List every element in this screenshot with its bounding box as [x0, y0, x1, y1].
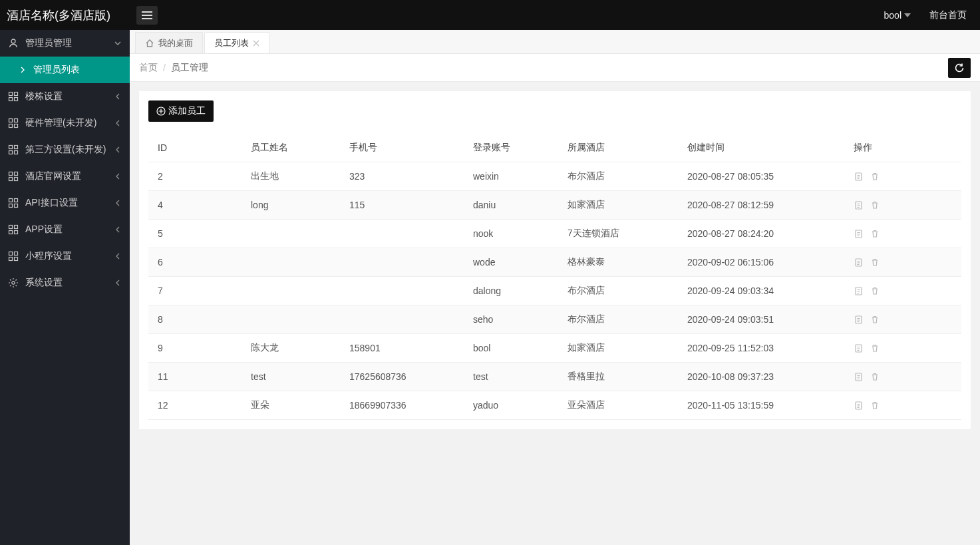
svg-rect-9	[15, 119, 18, 122]
edit-icon	[854, 401, 864, 410]
table-cell: 18669907336	[340, 391, 464, 420]
sidebar-item-8[interactable]: 小程序设置	[0, 243, 130, 270]
sidebar-item-label: 硬件管理(未开发)	[25, 117, 96, 129]
edit-button[interactable]	[854, 400, 864, 411]
plus-circle-icon	[156, 106, 166, 116]
grid-icon	[8, 251, 19, 262]
table-cell: 出生地	[242, 162, 340, 191]
sidebar-item-7[interactable]: APP设置	[0, 216, 130, 243]
table-cell: 2020-08-27 08:05:35	[678, 162, 844, 191]
svg-rect-24	[9, 226, 13, 229]
sidebar-item-6[interactable]: API接口设置	[0, 190, 130, 216]
svg-rect-1	[142, 15, 152, 16]
home-icon	[145, 39, 154, 48]
content-wrapper: 添加员工 ID员工姓名手机号登录账号所属酒店创建时间操作 2出生地323weix…	[130, 82, 980, 545]
edit-button[interactable]	[854, 171, 864, 182]
trash-icon	[870, 343, 880, 353]
delete-button[interactable]	[870, 228, 880, 239]
sidebar-item-5[interactable]: 酒店官网设置	[0, 163, 130, 190]
grid-icon	[8, 91, 19, 102]
table-cell	[340, 277, 464, 305]
table-cell: 布尔酒店	[558, 277, 678, 305]
user-icon	[8, 38, 19, 49]
edit-button[interactable]	[854, 343, 864, 353]
grid-icon	[8, 171, 19, 182]
table-cell: 17625608736	[340, 363, 464, 391]
table-cell: 2020-09-02 06:15:06	[678, 248, 844, 277]
sidebar-item-9[interactable]: 系统设置	[0, 270, 130, 296]
tab-0[interactable]: 我的桌面	[135, 32, 203, 53]
sidebar-subitem-admin-list[interactable]: 管理员列表	[0, 57, 130, 83]
edit-icon	[854, 315, 864, 324]
close-icon[interactable]	[253, 40, 259, 47]
edit-icon	[854, 372, 864, 381]
tab-1[interactable]: 员工列表	[204, 32, 269, 53]
delete-button[interactable]	[870, 200, 880, 210]
tab-label: 员工列表	[214, 37, 249, 49]
table-cell: test	[242, 363, 340, 391]
edit-button[interactable]	[854, 228, 864, 239]
table-cell: 115	[340, 191, 464, 220]
tabs-bar: 我的桌面员工列表	[130, 30, 980, 54]
edit-button[interactable]	[854, 200, 864, 210]
svg-rect-28	[9, 252, 13, 256]
delete-button[interactable]	[870, 371, 880, 382]
delete-button[interactable]	[870, 171, 880, 182]
row-actions-cell	[844, 191, 961, 220]
table-cell	[242, 277, 340, 305]
sidebar-item-2[interactable]: 楼栋设置	[0, 83, 130, 110]
refresh-button[interactable]	[948, 58, 971, 78]
table-cell: 7	[148, 277, 242, 305]
sidebar-item-4[interactable]: 第三方设置(未开发)	[0, 136, 130, 163]
table-cell: daniu	[464, 191, 558, 220]
svg-rect-20	[9, 199, 13, 202]
delete-button[interactable]	[870, 343, 880, 353]
svg-rect-8	[9, 119, 13, 122]
svg-rect-11	[15, 124, 18, 128]
table-cell: 陈大龙	[242, 334, 340, 363]
trash-icon	[870, 315, 880, 324]
svg-point-32	[12, 281, 15, 284]
table-cell	[340, 220, 464, 248]
trash-icon	[870, 172, 880, 181]
svg-rect-18	[9, 178, 13, 181]
table-cell	[242, 220, 340, 248]
table-cell: 2020-09-25 11:52:03	[678, 334, 844, 363]
delete-button[interactable]	[870, 257, 880, 268]
table-cell: 布尔酒店	[558, 162, 678, 191]
table-cell: 如家酒店	[558, 334, 678, 363]
delete-button[interactable]	[870, 285, 880, 296]
edit-icon	[854, 229, 864, 238]
breadcrumb: 首页 / 员工管理	[139, 62, 208, 74]
breadcrumb-bar: 首页 / 员工管理	[130, 54, 980, 82]
sidebar-toggle-button[interactable]	[136, 6, 158, 25]
tab-label: 我的桌面	[158, 37, 193, 49]
add-employee-button[interactable]: 添加员工	[148, 100, 214, 122]
edit-button[interactable]	[854, 314, 864, 325]
edit-button[interactable]	[854, 371, 864, 382]
edit-button[interactable]	[854, 285, 864, 296]
sidebar-item-0[interactable]: 管理员管理	[0, 30, 130, 57]
top-bar-right: bool 前台首页	[884, 9, 980, 21]
delete-button[interactable]	[870, 314, 880, 325]
front-homepage-link[interactable]: 前台首页	[929, 9, 967, 21]
table-cell: nook	[464, 220, 558, 248]
edit-button[interactable]	[854, 257, 864, 268]
svg-rect-12	[9, 146, 13, 149]
sidebar-item-label: API接口设置	[25, 197, 78, 209]
svg-rect-13	[15, 146, 18, 149]
row-actions-cell	[844, 363, 961, 391]
user-menu[interactable]: bool	[884, 10, 911, 21]
chevron-left-icon	[114, 199, 122, 207]
svg-rect-25	[15, 226, 18, 229]
breadcrumb-home[interactable]: 首页	[139, 62, 158, 74]
sidebar-item-3[interactable]: 硬件管理(未开发)	[0, 110, 130, 136]
table-row: 8seho布尔酒店2020-09-24 09:03:51	[148, 305, 961, 334]
delete-button[interactable]	[870, 400, 880, 411]
top-bar: 酒店名称(多酒店版) bool 前台首页	[0, 0, 980, 30]
table-cell: weixin	[464, 162, 558, 191]
table-row: 9陈大龙158901bool如家酒店2020-09-25 11:52:03	[148, 334, 961, 363]
main-area: 我的桌面员工列表 首页 / 员工管理	[130, 30, 980, 545]
sidebar-item-label: 小程序设置	[25, 250, 72, 262]
chevron-left-icon	[114, 252, 122, 260]
